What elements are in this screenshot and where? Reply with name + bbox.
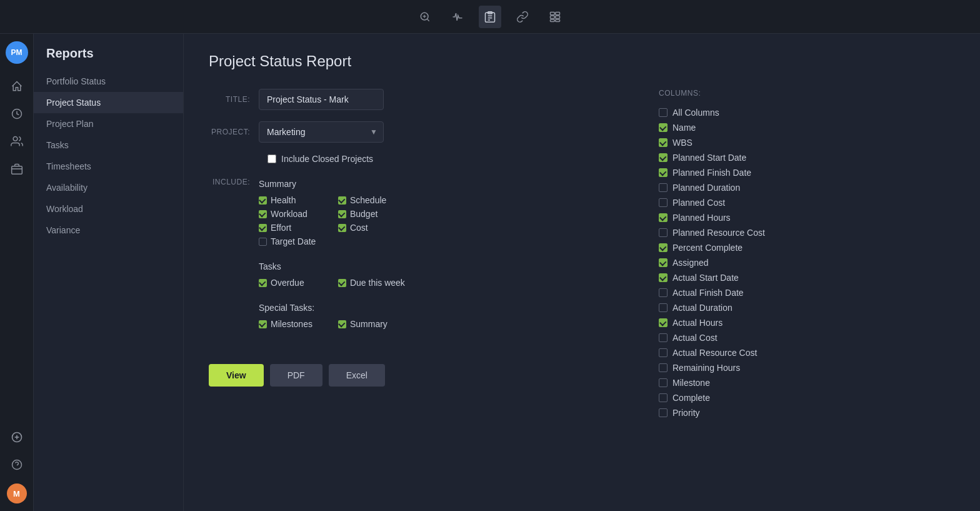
workload-checkbox[interactable]	[259, 210, 267, 218]
layout-icon[interactable]	[544, 6, 566, 28]
view-button[interactable]: View	[209, 364, 264, 387]
reports-sidebar: Reports Portfolio Status Project Status …	[34, 34, 184, 511]
schedule-checkbox[interactable]	[338, 196, 346, 205]
planned-start-checkbox[interactable]	[659, 153, 668, 162]
top-toolbar	[0, 0, 980, 34]
due-this-week-checkbox[interactable]	[338, 279, 346, 287]
assigned-checkbox[interactable]	[659, 258, 668, 267]
project-row: PROJECT: Marketing ▼	[209, 121, 634, 143]
project-select-wrapper: Marketing ▼	[259, 121, 384, 143]
cost-label: Cost	[350, 223, 368, 233]
planned-duration-checkbox[interactable]	[659, 183, 668, 192]
actual-finish-checkbox[interactable]	[659, 288, 668, 297]
target-date-checkbox[interactable]	[259, 238, 267, 246]
col-planned-cost: Planned Cost	[659, 195, 819, 210]
planned-finish-checkbox[interactable]	[659, 168, 668, 177]
sidebar-item-workload[interactable]: Workload	[34, 198, 183, 220]
planned-cost-checkbox[interactable]	[659, 198, 668, 207]
col-actual-cost: Actual Cost	[659, 330, 819, 345]
link-icon[interactable]	[511, 6, 534, 28]
col-planned-start: Planned Start Date	[659, 150, 819, 165]
actual-resource-cost-checkbox[interactable]	[659, 348, 668, 357]
left-nav: PM	[0, 34, 34, 511]
remaining-hours-checkbox[interactable]	[659, 363, 668, 372]
sidebar-item-availability[interactable]: Availability	[34, 177, 183, 198]
all-columns-checkbox[interactable]	[659, 108, 668, 117]
home-nav-icon[interactable]	[6, 75, 28, 98]
wbs-checkbox[interactable]	[659, 138, 668, 147]
health-checkbox[interactable]	[259, 196, 267, 205]
include-summary: Summary	[338, 319, 405, 329]
search-zoom-icon[interactable]	[414, 6, 436, 28]
actual-cost-checkbox[interactable]	[659, 333, 668, 342]
title-label: TITLE:	[209, 95, 259, 104]
actual-duration-checkbox[interactable]	[659, 303, 668, 312]
svg-rect-11	[556, 19, 560, 21]
project-select[interactable]: Marketing	[259, 121, 384, 143]
cost-checkbox[interactable]	[338, 224, 346, 232]
health-label: Health	[271, 195, 296, 205]
col-all-columns: All Columns	[659, 105, 819, 120]
svg-point-20	[12, 460, 21, 470]
avatar[interactable]: M	[7, 483, 27, 503]
planned-hours-label: Planned Hours	[672, 213, 731, 223]
svg-rect-10	[551, 19, 555, 21]
planned-resource-cost-checkbox[interactable]	[659, 228, 668, 237]
sidebar-item-tasks[interactable]: Tasks	[34, 134, 183, 156]
planned-hours-checkbox[interactable]	[659, 213, 668, 222]
actual-start-checkbox[interactable]	[659, 273, 668, 282]
summary-checkbox[interactable]	[338, 320, 346, 328]
effort-checkbox[interactable]	[259, 224, 267, 232]
project-label: PROJECT:	[209, 128, 259, 136]
sidebar-item-variance[interactable]: Variance	[34, 220, 183, 241]
title-input[interactable]	[259, 89, 384, 110]
name-checkbox[interactable]	[659, 123, 668, 132]
include-due-this-week: Due this week	[338, 278, 405, 288]
col-planned-resource-cost: Planned Resource Cost	[659, 225, 819, 240]
summary-checkboxes: Health Schedule Workload	[259, 195, 405, 246]
sidebar-item-project-plan[interactable]: Project Plan	[34, 113, 183, 134]
col-actual-finish: Actual Finish Date	[659, 285, 819, 300]
planned-duration-label: Planned Duration	[672, 183, 740, 193]
add-nav-icon[interactable]	[6, 426, 28, 448]
include-workload: Workload	[259, 209, 326, 219]
include-health: Health	[259, 195, 326, 205]
overdue-checkbox[interactable]	[259, 279, 267, 287]
actual-hours-checkbox[interactable]	[659, 318, 668, 327]
milestones-label: Milestones	[271, 319, 312, 329]
planned-start-label: Planned Start Date	[672, 153, 746, 163]
form-area: TITLE: PROJECT: Marketing ▼	[209, 89, 955, 420]
columns-label: COLUMNS:	[659, 89, 821, 98]
budget-checkbox[interactable]	[338, 210, 346, 218]
sidebar-item-project-status[interactable]: Project Status	[34, 92, 183, 113]
include-label: INCLUDE:	[209, 176, 259, 186]
sidebar-item-portfolio-status[interactable]: Portfolio Status	[34, 71, 183, 92]
excel-button[interactable]: Excel	[329, 364, 385, 387]
help-nav-icon[interactable]	[6, 453, 28, 476]
complete-checkbox[interactable]	[659, 393, 668, 402]
tasks-checkboxes: Overdue Due this week	[259, 278, 405, 288]
pulse-icon[interactable]	[446, 6, 469, 28]
pm-logo[interactable]: PM	[6, 41, 28, 64]
briefcase-nav-icon[interactable]	[6, 158, 28, 180]
remaining-hours-label: Remaining Hours	[672, 363, 740, 373]
milestones-checkbox[interactable]	[259, 320, 267, 328]
include-closed-label[interactable]: Include Closed Projects	[281, 154, 373, 164]
percent-complete-checkbox[interactable]	[659, 243, 668, 252]
include-closed-checkbox[interactable]	[268, 154, 276, 163]
planned-resource-cost-label: Planned Resource Cost	[672, 228, 765, 238]
col-milestone: Milestone	[659, 375, 819, 390]
col-complete: Complete	[659, 390, 819, 405]
milestone-checkbox[interactable]	[659, 378, 668, 387]
col-actual-resource-cost: Actual Resource Cost	[659, 345, 819, 360]
col-wbs: WBS	[659, 135, 819, 150]
assigned-label: Assigned	[672, 258, 709, 268]
priority-checkbox[interactable]	[659, 408, 668, 417]
pdf-button[interactable]: PDF	[270, 364, 322, 387]
users-nav-icon[interactable]	[6, 130, 28, 153]
summary-title: Summary	[259, 179, 405, 189]
clipboard-icon[interactable]	[479, 6, 501, 28]
clock-nav-icon[interactable]	[6, 103, 28, 125]
sidebar-item-timesheets[interactable]: Timesheets	[34, 156, 183, 177]
include-milestones: Milestones	[259, 319, 326, 329]
